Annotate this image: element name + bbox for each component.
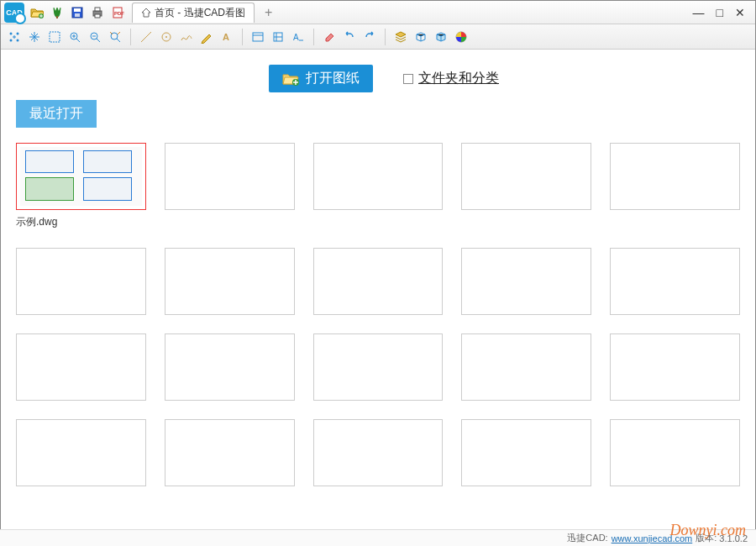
svg-rect-6 — [95, 8, 100, 11]
zoom-out-icon[interactable] — [87, 29, 103, 45]
svg-text:A: A — [223, 32, 229, 42]
quick-toolbar: PDF — [29, 5, 125, 20]
svg-text:PDF: PDF — [114, 11, 124, 16]
svg-rect-7 — [95, 14, 100, 18]
empty-slot[interactable] — [461, 248, 591, 315]
save-icon[interactable] — [70, 5, 85, 20]
file-name: 示例.dwg — [16, 215, 146, 229]
zoom-in-icon[interactable] — [66, 29, 83, 45]
edit-icon[interactable] — [198, 29, 215, 45]
svg-rect-3 — [74, 8, 81, 12]
box3d-icon[interactable] — [412, 29, 429, 45]
select-point-icon[interactable] — [6, 29, 23, 45]
close-button[interactable]: ✕ — [735, 6, 745, 19]
layer-icon[interactable] — [249, 29, 266, 45]
svg-rect-4 — [75, 13, 80, 17]
print-icon[interactable] — [90, 5, 105, 20]
separator — [242, 29, 243, 45]
empty-slot[interactable] — [165, 248, 295, 315]
circle-icon[interactable] — [158, 29, 175, 45]
main-toolbar: A A — [1, 24, 755, 50]
empty-slot[interactable] — [461, 143, 591, 210]
empty-slot[interactable] — [16, 419, 146, 486]
eraser-icon[interactable] — [321, 29, 338, 45]
separator — [130, 29, 131, 45]
empty-slot[interactable] — [16, 333, 146, 401]
empty-slot[interactable] — [16, 248, 146, 315]
maximize-button[interactable]: □ — [717, 6, 723, 19]
palm-icon[interactable] — [50, 5, 65, 20]
home-icon — [141, 8, 151, 18]
svg-point-13 — [17, 39, 19, 41]
layer-mgr-icon[interactable] — [270, 29, 286, 45]
svg-point-10 — [10, 32, 13, 34]
empty-slot[interactable] — [313, 419, 444, 486]
thumbnail — [20, 147, 142, 206]
empty-slot[interactable] — [610, 143, 740, 210]
empty-slot[interactable] — [461, 333, 591, 401]
undo-icon[interactable] — [341, 29, 358, 45]
empty-slot[interactable] — [313, 248, 444, 315]
file-card[interactable]: 示例.dwg — [16, 143, 146, 229]
status-url[interactable]: www.xunjiecad.com — [612, 533, 693, 543]
folder-category-label[interactable]: 文件夹和分类 — [418, 70, 499, 87]
line-icon[interactable] — [138, 29, 155, 45]
svg-text:A: A — [293, 33, 299, 42]
zoom-extent-icon[interactable] — [107, 29, 123, 45]
color-icon[interactable] — [453, 29, 470, 45]
svg-point-19 — [165, 36, 167, 38]
separator — [313, 29, 314, 45]
empty-slot[interactable] — [461, 419, 591, 486]
open-icon[interactable] — [29, 5, 45, 20]
svg-rect-21 — [253, 33, 263, 41]
svg-point-11 — [17, 32, 19, 34]
redo-icon[interactable] — [361, 29, 378, 45]
svg-rect-1 — [56, 16, 58, 18]
statusbar: 迅捷CAD: www.xunjiecad.com 版本: 3.1.0.2 — [0, 529, 756, 546]
pan-icon[interactable] — [26, 29, 43, 45]
titlebar: CAD PDF 首页 - 迅捷CAD看图 + — □ ✕ — [1, 1, 755, 24]
new-tab-button[interactable]: + — [260, 5, 277, 20]
cube-icon[interactable] — [433, 29, 449, 45]
empty-slot[interactable] — [610, 333, 740, 401]
open-drawing-label: 打开图纸 — [306, 70, 360, 87]
status-version: 3.1.0.2 — [719, 533, 748, 543]
polyline-icon[interactable] — [178, 29, 195, 45]
recent-open-tab[interactable]: 最近打开 — [16, 100, 97, 128]
empty-slot[interactable] — [165, 143, 295, 210]
svg-rect-14 — [50, 32, 60, 42]
tab-title: 首页 - 迅捷CAD看图 — [155, 6, 245, 20]
svg-point-12 — [10, 39, 13, 41]
folder-category-link[interactable]: 文件夹和分类 — [403, 70, 499, 87]
text-tool-icon[interactable]: A — [218, 29, 235, 45]
checkbox-icon[interactable] — [403, 74, 413, 84]
pdf-icon[interactable]: PDF — [110, 5, 125, 20]
window-controls: — □ ✕ — [693, 6, 752, 19]
layers-icon[interactable] — [392, 29, 409, 45]
empty-slot[interactable] — [313, 143, 444, 210]
app-logo: CAD — [4, 3, 24, 23]
empty-slot[interactable] — [610, 419, 740, 486]
folder-open-icon — [282, 72, 299, 86]
file-grid: 示例.dwg — [16, 143, 740, 486]
empty-slot[interactable] — [610, 248, 740, 315]
empty-slot[interactable] — [165, 419, 295, 486]
minimize-button[interactable]: — — [693, 6, 705, 19]
window-select-icon[interactable] — [46, 29, 63, 45]
status-version-label: 版本: — [696, 532, 717, 544]
separator — [385, 29, 386, 45]
tab-home[interactable]: 首页 - 迅捷CAD看图 — [132, 3, 255, 23]
open-drawing-button[interactable]: 打开图纸 — [269, 65, 373, 92]
annotation-icon[interactable]: A — [290, 29, 307, 45]
empty-slot[interactable] — [313, 333, 444, 401]
status-brand: 迅捷CAD: — [567, 532, 607, 544]
empty-slot[interactable] — [165, 333, 295, 401]
content-area: 打开图纸 文件夹和分类 最近打开 示例.dwg — [1, 50, 755, 528]
